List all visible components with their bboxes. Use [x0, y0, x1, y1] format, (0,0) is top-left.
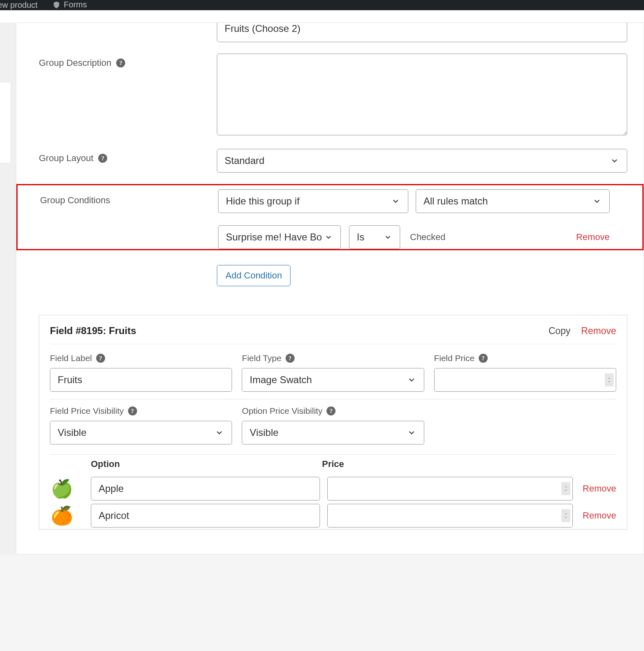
condition-value-text: Checked [408, 232, 568, 242]
group-heading-input[interactable]: Fruits (Choose 2) [217, 23, 627, 42]
option-price-input[interactable] [327, 477, 573, 501]
condition-field-select[interactable]: Surprise me! Have Bo [218, 225, 341, 249]
field-price-input[interactable] [434, 368, 616, 392]
option-thumbnail[interactable]: 🍏 [50, 477, 74, 501]
field-label-label: Field Label [50, 353, 92, 363]
help-icon[interactable]: ? [116, 58, 125, 67]
condition-match-select[interactable]: All rules match [416, 189, 610, 213]
topbar-product-label: ew product [0, 0, 38, 10]
field-price-visibility-label: Field Price Visibility [50, 406, 124, 416]
group-layout-label: Group Layout [39, 153, 93, 164]
option-thumbnail[interactable]: 🍊 [50, 504, 74, 528]
condition-field-value: Surprise me! Have Bo [226, 231, 322, 242]
condition-operator-select[interactable]: Is [349, 225, 400, 249]
number-stepper-icon[interactable] [561, 482, 570, 495]
group-heading-value: Fruits (Choose 2) [225, 23, 300, 34]
option-price-visibility-select[interactable]: Visible [242, 421, 424, 444]
group-layout-value: Standard [225, 155, 264, 166]
option-price-visibility-label: Option Price Visibility [242, 406, 322, 416]
group-heading-label [16, 23, 217, 27]
option-remove-link[interactable]: Remove [580, 483, 616, 494]
help-icon[interactable]: ? [128, 406, 137, 415]
field-remove-link[interactable]: Remove [581, 326, 616, 337]
condition-action-select[interactable]: Hide this group if [218, 189, 408, 213]
condition-remove-link[interactable]: Remove [576, 232, 610, 242]
field-type-value: Image Swatch [250, 374, 312, 385]
help-icon[interactable]: ? [98, 154, 107, 163]
shield-icon [52, 1, 61, 9]
group-conditions-label: Group Conditions [40, 195, 110, 206]
help-icon[interactable]: ? [479, 354, 488, 363]
field-copy-link[interactable]: Copy [549, 326, 571, 337]
field-price-label: Field Price [434, 353, 475, 363]
field-card-title: Field #8195: Fruits [50, 325, 136, 337]
condition-action-value: Hide this group if [226, 195, 299, 207]
left-sidebar-stub [0, 83, 11, 163]
topbar-forms-label: Forms [64, 0, 87, 9]
condition-operator-value: Is [357, 231, 365, 242]
field-price-visibility-select[interactable]: Visible [50, 421, 232, 444]
option-row: 🍏Remove [39, 475, 627, 502]
option-price-input[interactable] [327, 504, 573, 528]
field-card: Field #8195: Fruits Copy Remove Field La… [39, 315, 627, 530]
option-row: 🍊Remove [39, 502, 627, 529]
field-type-label: Field Type [242, 353, 281, 363]
field-type-select[interactable]: Image Swatch [242, 368, 424, 392]
group-layout-select[interactable]: Standard [217, 149, 627, 173]
topbar-item-forms[interactable]: Forms [49, 0, 90, 9]
option-remove-link[interactable]: Remove [580, 510, 616, 521]
option-price-visibility-value: Visible [250, 427, 278, 438]
add-condition-button[interactable]: Add Condition [217, 265, 290, 286]
group-description-textarea[interactable] [217, 54, 627, 135]
condition-match-value: All rules match [423, 195, 488, 207]
help-icon[interactable]: ? [286, 354, 295, 363]
field-price-visibility-value: Visible [58, 427, 86, 438]
number-stepper-icon[interactable] [605, 373, 614, 386]
option-name-input[interactable] [91, 477, 320, 501]
number-stepper-icon[interactable] [561, 509, 570, 522]
help-icon[interactable]: ? [96, 354, 105, 363]
option-name-input[interactable] [91, 504, 320, 528]
option-column-header: Option [91, 459, 322, 469]
topbar-item-product[interactable]: ＋ ew product [0, 0, 41, 10]
help-icon[interactable]: ? [327, 406, 336, 415]
top-admin-bar: ＋ ew product Forms [0, 0, 644, 10]
group-description-label: Group Description [39, 58, 111, 68]
price-column-header: Price [322, 459, 616, 469]
group-conditions-highlight: Group Conditions Hide this group if [16, 184, 644, 250]
field-label-input[interactable] [50, 368, 232, 392]
